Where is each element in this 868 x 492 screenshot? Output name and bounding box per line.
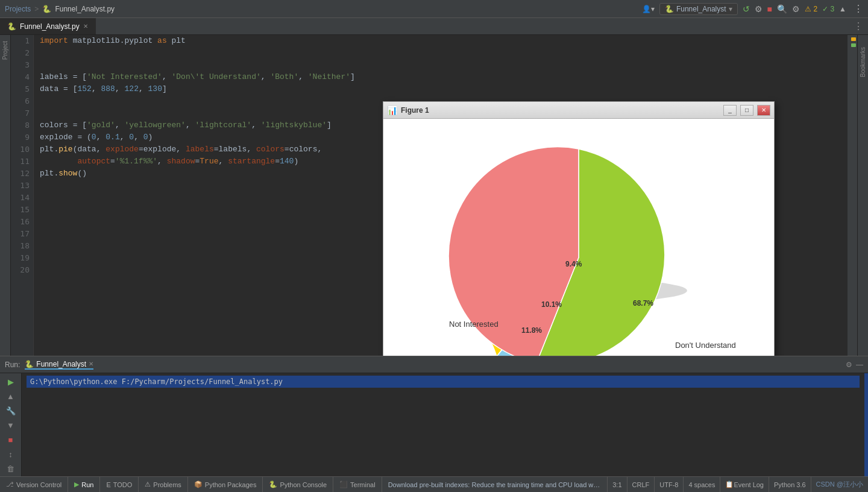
run-tab-close[interactable]: ✕ [89, 361, 93, 367]
breadcrumb-file-icon: 🐍 [42, 5, 51, 13]
status-indent[interactable]: 4 spaces [683, 477, 720, 493]
status-problems[interactable]: ⚠ Problems [139, 477, 187, 493]
build-icon[interactable]: ⚙ [755, 4, 763, 14]
bookmarks-label: Bookmarks [860, 47, 866, 77]
run-wrench-btn[interactable]: 🔧 [5, 405, 17, 417]
project-panel-strip[interactable]: Project [0, 35, 11, 356]
run-scrollbar[interactable] [864, 373, 868, 476]
top-section: Project 1 2 3 4 5 6 7 8 9 10 11 12 13 14… [0, 35, 868, 356]
status-python-console[interactable]: 🐍 Python Console [263, 477, 333, 493]
run-body: ▶ ▲ 🔧 ▼ ■ ↕ 🗑 G:\Python\python.exe F:/Py… [0, 373, 868, 476]
code-line-1: import matplotlib.pyplot as plt [40, 35, 848, 47]
line-8: 8 [11, 119, 30, 131]
todo-icon: E [106, 481, 110, 488]
figure-titlebar: 📊 Figure 1 _ □ ✕ [383, 102, 774, 119]
stop-icon[interactable]: ■ [767, 4, 772, 14]
editor-right-gutter [848, 35, 857, 356]
figure-window: 📊 Figure 1 _ □ ✕ [383, 101, 775, 356]
line-12: 12 [11, 168, 30, 180]
user-icon[interactable]: 👤▾ [642, 5, 655, 13]
breadcrumb-file: Funnel_Analyst.py [55, 5, 115, 13]
code-line-2 [40, 47, 848, 59]
figure-title: Figure 1 [401, 106, 720, 115]
status-bar: ⎇ Version Control ▶ Run E TODO ⚠ Problem… [0, 476, 868, 492]
breadcrumb-projects[interactable]: Projects [5, 5, 31, 13]
status-left: ⎇ Version Control ▶ Run E TODO ⚠ Problem… [0, 477, 382, 493]
bottom-panel: Run: 🐍 Funnel_Analyst ✕ ⚙ — ▶ ▲ 🔧 ▼ ■ ↕ … [0, 356, 868, 476]
editor-more-icon[interactable]: ⋮ [854, 20, 863, 32]
status-version-control[interactable]: ⎇ Version Control [0, 477, 68, 493]
refresh-icon[interactable]: ↺ [743, 4, 750, 14]
error-badge[interactable]: ✓ 3 [822, 5, 834, 13]
status-event-log[interactable]: 📋 Event Log [720, 477, 769, 493]
status-encoding[interactable]: UTF-8 [654, 477, 683, 493]
settings-icon[interactable]: ⚙ [792, 4, 800, 14]
line-4: 4 [11, 71, 30, 83]
warn-badge[interactable]: ⚠ 2 [805, 5, 817, 13]
breadcrumb-area: Projects > 🐍 Funnel_Analyst.py [5, 5, 115, 13]
breadcrumb-sep: > [34, 5, 39, 13]
status-terminal[interactable]: ⬛ Terminal [333, 477, 382, 493]
run-sidebar: ▶ ▲ 🔧 ▼ ■ ↕ 🗑 [0, 373, 22, 476]
tab-funnel-analyst[interactable]: 🐍 Funnel_Analyst.py ✕ [0, 18, 96, 34]
run-content: G:\Python\python.exe F:/Pycharm/Projects… [22, 373, 864, 476]
status-run[interactable]: ▶ Run [68, 477, 100, 493]
pct-neither: 10.1% [541, 300, 562, 309]
run-filter-btn[interactable]: 🗑 [5, 462, 17, 475]
run-down-btn[interactable]: ▼ [5, 419, 17, 431]
line-17: 17 [11, 228, 30, 240]
run-up-btn[interactable]: ▲ [5, 390, 17, 402]
pct-dont-understand: 68.7% [633, 299, 653, 308]
code-line-5: data = [152, 888, 122, 130] [40, 83, 848, 95]
run-settings-icon[interactable]: ⚙ [846, 361, 852, 369]
line-9: 9 [11, 131, 30, 144]
line-11: 11 [11, 156, 30, 168]
status-message: Download pre-built indexes: Reduce the t… [382, 481, 608, 488]
pct-both: 9.4% [565, 260, 582, 268]
figure-minimize-btn[interactable]: _ [723, 105, 737, 116]
caret-up[interactable]: ▲ [839, 5, 846, 13]
packages-icon: 📦 [194, 481, 203, 488]
status-todo[interactable]: E TODO [100, 477, 139, 493]
figure-close-btn[interactable]: ✕ [757, 105, 770, 116]
run-play-icon: ▶ [74, 481, 79, 488]
console-icon: 🐍 [269, 481, 277, 488]
main-area: Project 1 2 3 4 5 6 7 8 9 10 11 12 13 14… [0, 35, 868, 476]
line-13: 13 [11, 180, 30, 192]
run-tab-funnel-analyst[interactable]: 🐍 Funnel_Analyst ✕ [25, 360, 93, 370]
git-icon: ⎇ [6, 481, 14, 488]
figure-maximize-btn[interactable]: □ [740, 105, 753, 116]
tab-label: Funnel_Analyst.py [20, 22, 80, 31]
line-7: 7 [11, 107, 30, 119]
figure-icon: 📊 [387, 106, 397, 115]
line-10: 10 [11, 144, 30, 156]
run-command-line: G:\Python\python.exe F:/Pycharm/Projects… [27, 376, 860, 388]
status-python-packages[interactable]: 📦 Python Packages [188, 477, 263, 493]
code-line-4: labels = ['Not Interested', 'Don\'t Unde… [40, 71, 848, 83]
search-icon[interactable]: 🔍 [777, 4, 787, 14]
line-19: 19 [11, 252, 30, 264]
line-3: 3 [11, 59, 30, 71]
more-icon[interactable]: ⋮ [854, 3, 863, 14]
status-right: 3:1 CRLF UTF-8 4 spaces 📋 Event Log Pyth… [607, 477, 868, 493]
run-tab-label: Funnel_Analyst [36, 360, 86, 368]
tab-close-btn[interactable]: ✕ [83, 23, 88, 30]
run-scroll-btn[interactable]: ↕ [5, 448, 17, 460]
bookmarks-panel[interactable]: Bookmarks [857, 35, 868, 356]
tab-file-icon: 🐍 [7, 22, 16, 31]
line-6: 6 [11, 95, 30, 107]
line-5: 5 [11, 83, 30, 95]
run-config-btn[interactable]: 🐍 Funnel_Analyst ▾ [659, 3, 738, 15]
label-not-interested: Not Interested [449, 320, 498, 329]
status-line-ending[interactable]: CRLF [627, 477, 655, 493]
run-label: Run: [5, 361, 20, 369]
run-minimize-icon[interactable]: — [856, 361, 863, 369]
line-20: 20 [11, 264, 30, 276]
run-stop-btn[interactable]: ■ [5, 434, 17, 446]
status-python-version: Python 3.6 [769, 477, 811, 493]
code-line-3 [40, 59, 848, 71]
line-2: 2 [11, 47, 30, 59]
line-16: 16 [11, 216, 30, 228]
problems-icon: ⚠ [145, 481, 151, 488]
run-restart-btn[interactable]: ▶ [5, 376, 17, 388]
